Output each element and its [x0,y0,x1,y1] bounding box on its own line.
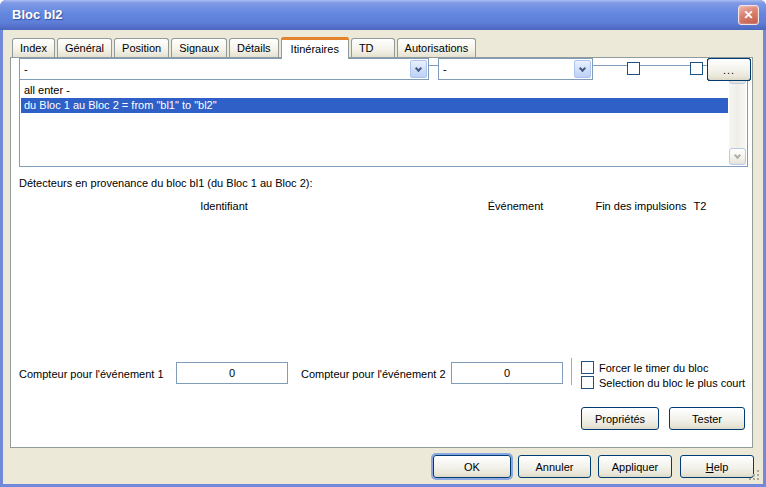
force-timer-label: Forcer le timer du bloc [599,362,708,374]
list-item-selected[interactable]: du Bloc 1 au Bloc 2 = from "bl1" to "bl2… [21,98,728,113]
titlebar[interactable]: Bloc bl2 ✕ [0,0,766,30]
proprietes-button[interactable]: Propriétés [581,407,659,430]
resize-grip[interactable] [749,470,760,481]
list-item[interactable]: all enter - [21,83,728,98]
more-button[interactable]: ... [707,58,751,81]
help-button[interactable]: Help [680,455,754,478]
tab-details[interactable]: Détails [229,38,279,57]
column-header-t2: T2 [675,200,725,212]
dialog-window: Bloc bl2 ✕ Index Général Position Signau… [0,0,766,487]
force-timer-checkbox[interactable] [581,361,594,374]
chevron-down-icon [579,64,586,71]
t2-checkbox[interactable] [690,62,703,75]
counter-2-label: Compteur pour l'événement 2 [301,368,446,380]
fin-impulsions-checkbox[interactable] [627,62,640,75]
window-title: Bloc bl2 [12,7,63,22]
counter-1-input[interactable] [176,362,288,384]
ok-button[interactable]: OK [433,455,511,478]
annuler-button[interactable]: Annuler [518,455,591,478]
scroll-down-button[interactable] [729,148,746,165]
column-header-identifiant: Identifiant [19,200,429,212]
detector-row: - - ... [11,58,752,82]
tab-td[interactable]: TD [351,38,395,57]
appliquer-button[interactable]: Appliquer [598,455,672,478]
shortest-block-checkbox[interactable] [581,376,594,389]
evenement-combo[interactable]: - [438,58,593,80]
combo-dropdown-button[interactable] [574,60,591,78]
tab-position[interactable]: Position [114,38,169,57]
tab-page-itineraires: all enter + all enter - du Bloc 1 au Blo… [10,57,753,448]
vertical-divider [571,358,572,385]
dialog-body: Index Général Position Signaux Détails I… [3,30,763,484]
chevron-down-icon [415,64,422,71]
detectors-label: Détecteurs en provenance du bloc bl1 (du… [19,177,313,189]
shortest-block-label: Selection du bloc le plus court [599,377,745,389]
close-icon: ✕ [743,8,753,22]
tab-index[interactable]: Index [12,38,55,57]
counter-1-label: Compteur pour l'événement 1 [19,368,164,380]
tester-button[interactable]: Tester [669,407,745,430]
tab-bar: Index Général Position Signaux Détails I… [12,36,478,58]
column-header-evenement: Événement [438,200,593,212]
chevron-down-icon [734,152,741,159]
tab-general[interactable]: Général [57,38,112,57]
close-button[interactable]: ✕ [738,5,759,25]
tab-autorisations[interactable]: Autorisations [397,38,477,57]
tab-signaux[interactable]: Signaux [171,38,227,57]
counter-2-input[interactable] [451,362,563,384]
tab-itineraires[interactable]: Itinéraires [281,37,349,59]
combo-dropdown-button[interactable] [410,60,427,78]
identifiant-combo[interactable]: - [19,58,429,80]
